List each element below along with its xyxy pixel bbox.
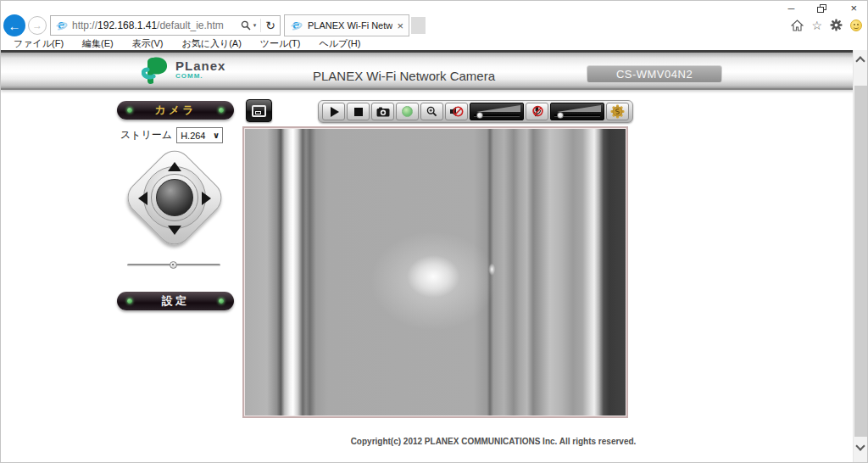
url-domain: 192.168.1.41 — [97, 20, 157, 31]
planex-logo: PLanex COMM. — [142, 56, 225, 86]
browser-action-icons: ☆ — [791, 19, 862, 31]
restore-button[interactable] — [817, 4, 827, 14]
tilt-up-arrow[interactable] — [168, 162, 181, 171]
stream-label: ストリーム — [120, 128, 172, 142]
address-dropdown-icon[interactable]: ▾ — [253, 22, 257, 29]
tab-title: PLANEX Wi-Fi Network Ca... — [308, 20, 392, 31]
menu-edit[interactable]: 編集(E) — [73, 37, 123, 50]
pan-tilt-joystick[interactable] — [125, 157, 224, 255]
minimize-button[interactable]: ─ — [788, 3, 795, 14]
mute-speaker-button[interactable] — [445, 103, 468, 120]
url-path: /default_ie.htm — [157, 20, 224, 31]
record-icon — [402, 106, 413, 117]
zoom-in-icon — [426, 106, 437, 117]
video-toolbar — [318, 100, 633, 123]
stop-icon — [354, 108, 363, 116]
window-controls: ─ × — [788, 3, 857, 14]
ie-page-icon: e — [55, 19, 69, 32]
menu-favorites[interactable]: お気に入り(A) — [172, 37, 250, 50]
planex-logo-icon — [142, 56, 170, 86]
mic-ramp-icon — [557, 105, 601, 112]
url-text: http://192.168.1.41/default_ie.htm — [72, 20, 237, 31]
tilt-down-arrow[interactable] — [168, 226, 181, 235]
stop-button[interactable] — [347, 103, 370, 120]
fullscreen-button[interactable] — [246, 99, 272, 122]
volume-slider[interactable] — [470, 103, 524, 120]
favorites-star-icon[interactable]: ☆ — [811, 20, 822, 31]
led-green-icon — [219, 298, 224, 304]
volume-slider-thumb[interactable] — [476, 112, 483, 119]
video-settings-button[interactable] — [606, 103, 629, 120]
camera-icon — [376, 107, 390, 117]
page-title: PLANEX Wi-Fi Network Camera — [313, 69, 495, 83]
scroll-up-arrow[interactable] — [855, 56, 865, 65]
slider-thumb-dot — [172, 264, 174, 265]
menu-tools[interactable]: ツール(T) — [251, 37, 310, 50]
vertical-scrollbar[interactable] — [853, 50, 867, 463]
browser-window: ─ × ← → e http://192.168.1.41/default_ie… — [0, 0, 868, 463]
menu-view[interactable]: 表示(V) — [123, 37, 173, 50]
stream-row: ストリーム H.264 ∨ — [120, 127, 223, 143]
address-bar[interactable]: e http://192.168.1.41/default_ie.htm ▾ ↻ — [50, 15, 281, 36]
camera-video-feed — [242, 126, 628, 418]
feedback-smiley-icon[interactable] — [850, 20, 862, 31]
chevron-down-icon: ∨ — [213, 131, 220, 140]
stream-select[interactable]: H.264 ∨ — [176, 127, 223, 143]
led-green-icon — [219, 108, 224, 113]
back-button[interactable]: ← — [3, 14, 25, 36]
menu-file[interactable]: ファイル(F) — [4, 37, 73, 50]
planex-logo-text: PLanex COMM. — [175, 61, 225, 81]
refresh-icon[interactable]: ↻ — [265, 19, 275, 32]
new-tab-button[interactable] — [411, 17, 426, 34]
joystick-center-orb[interactable] — [156, 179, 193, 216]
forward-button[interactable]: → — [28, 16, 47, 35]
mute-speaker-icon — [449, 105, 464, 118]
led-green-icon — [127, 108, 132, 113]
restore-icon-front — [817, 7, 824, 13]
address-bar-tools: ▾ ↻ — [241, 19, 275, 32]
logo-wordmark: PLanex — [175, 61, 225, 71]
page-header: PLanex COMM. PLANEX Wi-Fi Network Camera… — [1, 53, 854, 90]
home-icon[interactable] — [791, 20, 804, 31]
slider-thumb[interactable] — [170, 261, 177, 269]
record-button[interactable] — [396, 103, 419, 120]
camera-button[interactable]: カメラ — [117, 101, 234, 120]
mic-slider[interactable] — [550, 103, 604, 120]
stream-select-value: H.264 — [181, 131, 205, 141]
logo-subtext: COMM. — [175, 71, 225, 81]
scroll-down-arrow[interactable] — [855, 441, 865, 450]
fullscreen-icon — [252, 105, 266, 117]
fullscreen-icon-inner — [255, 111, 261, 114]
close-button[interactable]: × — [850, 3, 857, 14]
pan-right-arrow[interactable] — [202, 192, 211, 205]
play-icon — [331, 107, 339, 117]
model-badge: CS-WMV04N2 — [587, 65, 722, 83]
settings-button-label: 設定 — [162, 293, 189, 309]
smiley-mouth — [854, 25, 859, 29]
url-prefix: http:// — [72, 20, 97, 31]
pan-speed-slider[interactable] — [127, 260, 220, 270]
snapshot-button[interactable] — [371, 103, 394, 120]
volume-ramp-icon — [476, 105, 520, 112]
divider — [260, 19, 261, 32]
led-green-icon — [127, 298, 132, 304]
camera-button-label: カメラ — [155, 103, 197, 118]
ie-tab-icon: e — [290, 19, 303, 32]
zoom-in-button[interactable] — [420, 103, 443, 120]
scrollbar-thumb[interactable] — [854, 86, 867, 437]
pan-left-arrow[interactable] — [138, 192, 147, 205]
mic-slider-thumb[interactable] — [557, 112, 564, 119]
mute-mic-button[interactable] — [526, 103, 548, 120]
settings-gear-icon[interactable] — [830, 19, 843, 31]
play-button[interactable] — [322, 103, 345, 120]
settings-button[interactable]: 設定 — [117, 292, 234, 310]
copyright-footer: Copyright(c) 2012 PLANEX COMMUNICATIONS … — [242, 437, 744, 446]
mute-mic-icon — [531, 105, 544, 118]
menu-bar: ファイル(F) 編集(E) 表示(V) お気に入り(A) ツール(T) ヘルプ(… — [4, 36, 370, 50]
gold-gear-icon — [610, 104, 625, 119]
menu-help[interactable]: ヘルプ(H) — [309, 37, 370, 50]
search-icon[interactable] — [241, 20, 251, 31]
tab-close-icon[interactable]: × — [397, 20, 403, 31]
browser-tab[interactable]: e PLANEX Wi-Fi Network Ca... × — [284, 14, 409, 36]
